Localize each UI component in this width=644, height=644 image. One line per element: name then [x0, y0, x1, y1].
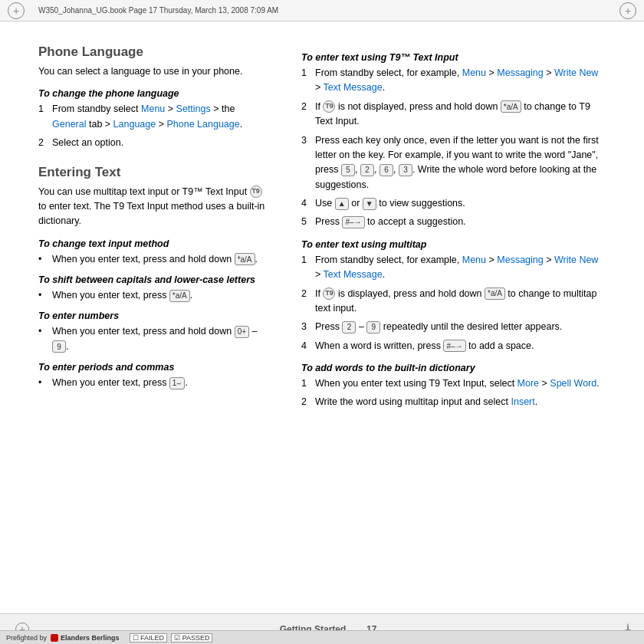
- menu-link[interactable]: Menu: [462, 255, 486, 265]
- entering-text-section: Entering Text You can use multitap text …: [38, 165, 271, 391]
- star-key: *a/A: [485, 288, 505, 300]
- step-text: From standby select, for example, Menu >…: [315, 66, 606, 96]
- step-number: 3: [301, 320, 312, 334]
- company-logo: [51, 634, 58, 642]
- text-message-link[interactable]: Text Message: [324, 82, 383, 93]
- bullet: •: [38, 324, 49, 354]
- step-text: Press 2 – 9 repeatedly until the desired…: [315, 320, 606, 334]
- enter-numbers-step: • When you enter text, press and hold do…: [38, 324, 271, 354]
- t9-icon: T9: [323, 100, 335, 113]
- step-number: 2: [38, 136, 49, 150]
- dictionary-section: To add words to the built-in dictionary …: [301, 363, 606, 410]
- step-text: When you enter text using T9 Text Input,…: [315, 376, 606, 391]
- shift-capitals-title: To shift between capitals and lower-case…: [38, 274, 271, 285]
- settings-link[interactable]: Settings: [176, 104, 211, 114]
- more-link[interactable]: More: [518, 378, 539, 389]
- step-text: Press #–→ to accept a suggestion.: [315, 215, 606, 229]
- multitap-section: To enter text using multitap 1 From stan…: [301, 239, 606, 353]
- t9-step-3: 3 Press each key only once, even if the …: [301, 133, 606, 193]
- phone-language-link[interactable]: Phone Language: [166, 119, 239, 130]
- preflight-company: Elanders Berlings: [51, 634, 120, 642]
- entering-text-intro: You can use multitap text input or T9™ T…: [38, 185, 271, 229]
- multitap-title: To enter text using multitap: [301, 239, 606, 250]
- messaging-link[interactable]: Messaging: [497, 255, 543, 265]
- five-key: 5: [341, 164, 355, 176]
- phone-lang-step-1: 1 From standby select Menu > Settings > …: [38, 102, 271, 132]
- up-key: ▲: [335, 198, 349, 210]
- t9-icon: T9: [250, 186, 262, 198]
- hash-key: #–→: [443, 340, 465, 352]
- menu-link[interactable]: Menu: [462, 67, 486, 78]
- t9-step-4: 4 Use ▲ or ▼ to view suggestions.: [301, 196, 606, 211]
- step-number: 2: [301, 287, 312, 317]
- header-text: W350_Johanna_UG.book Page 17 Thursday, M…: [38, 6, 278, 15]
- general-link[interactable]: General: [52, 119, 86, 130]
- enter-periods-title: To enter periods and commas: [38, 362, 271, 373]
- t9-step-1: 1 From standby select, for example, Menu…: [301, 66, 606, 96]
- preflight-failed-wrapper: ☐ FAILED: [130, 634, 168, 642]
- multitap-step-2: 2 If T9 is displayed, press and hold dow…: [301, 287, 606, 317]
- step-text: When you enter text, press *a/A.: [52, 288, 271, 303]
- preflight-label: Prefighted by: [6, 634, 47, 642]
- one-key: 1⌣: [169, 377, 186, 389]
- messaging-link[interactable]: Messaging: [497, 67, 543, 78]
- shift-step: • When you enter text, press *a/A.: [38, 288, 271, 303]
- dictionary-title: To add words to the built-in dictionary: [301, 363, 606, 373]
- step-number: 2: [301, 395, 312, 409]
- left-column: Phone Language You can select a language…: [38, 44, 294, 598]
- step-number: 1: [301, 66, 312, 96]
- t9-icon: T9: [323, 288, 335, 300]
- language-link[interactable]: Language: [113, 119, 156, 130]
- step-text: Select an option.: [52, 136, 271, 150]
- write-new-link[interactable]: Write New: [554, 67, 598, 78]
- step-text: From standby select Menu > Settings > th…: [52, 102, 271, 132]
- step-text: If T9 is displayed, press and hold down …: [315, 287, 606, 317]
- right-column: To enter text using T9™ Text Input 1 Fro…: [294, 44, 606, 598]
- failed-badge: ☐ FAILED: [130, 633, 168, 642]
- star-key: *a/A: [235, 253, 255, 265]
- enter-periods-step: • When you enter text, press 1⌣.: [38, 376, 271, 390]
- step-text: When a word is written, press #–→ to add…: [315, 339, 606, 353]
- two-key: 2: [342, 321, 356, 334]
- step-number: 5: [301, 215, 312, 229]
- step-text: Write the word using multitap input and …: [315, 395, 606, 409]
- enter-numbers-title: To enter numbers: [38, 310, 271, 321]
- step-text: When you enter text, press and hold down…: [52, 324, 271, 354]
- main-content: Phone Language You can select a language…: [0, 21, 644, 613]
- step-text: If T9 is not displayed, press and hold d…: [315, 100, 606, 130]
- step-text: Press each key only once, even if the le…: [315, 133, 606, 193]
- insert-link[interactable]: Insert: [511, 396, 534, 407]
- menu-link[interactable]: Menu: [141, 104, 165, 114]
- passed-badge: ☑ PASSED: [171, 633, 212, 642]
- three-key: 3: [399, 164, 412, 176]
- t9-step-2: 2 If T9 is not displayed, press and hold…: [301, 100, 606, 130]
- down-key: ▼: [363, 198, 376, 210]
- step-number: 3: [301, 133, 312, 193]
- change-input-step: • When you enter text, press and hold do…: [38, 252, 271, 267]
- phone-language-title: Phone Language: [38, 44, 271, 60]
- step-text: When you enter text, press 1⌣.: [52, 376, 271, 390]
- step-number: 2: [301, 100, 312, 130]
- dict-step-2: 2 Write the word using multitap input an…: [301, 395, 606, 409]
- star-key: *a/A: [169, 290, 190, 302]
- six-key: 6: [380, 164, 393, 176]
- dict-step-1: 1 When you enter text using T9 Text Inpu…: [301, 376, 606, 391]
- change-input-method-title: To change text input method: [38, 238, 271, 249]
- text-message-link[interactable]: Text Message: [324, 269, 383, 280]
- step-number: 1: [38, 102, 49, 132]
- write-new-link[interactable]: Write New: [554, 255, 598, 265]
- header-bar: W350_Johanna_UG.book Page 17 Thursday, M…: [0, 0, 644, 21]
- nine-key: 9: [52, 340, 66, 353]
- t9-input-section: To enter text using T9™ Text Input 1 Fro…: [301, 52, 606, 230]
- step-text: From standby select, for example, Menu >…: [315, 253, 606, 283]
- phone-lang-step-2: 2 Select an option.: [38, 136, 271, 150]
- two-key: 2: [360, 164, 374, 176]
- phone-language-intro: You can select a language to use in your…: [38, 64, 271, 79]
- step-text: Use ▲ or ▼ to view suggestions.: [315, 196, 606, 211]
- spell-word-link[interactable]: Spell Word: [550, 378, 596, 389]
- corner-mark-left: [8, 2, 25, 19]
- step-number: 1: [301, 376, 312, 391]
- step-number: 4: [301, 339, 312, 353]
- bullet: •: [38, 376, 49, 390]
- company-name: Elanders Berlings: [61, 634, 120, 642]
